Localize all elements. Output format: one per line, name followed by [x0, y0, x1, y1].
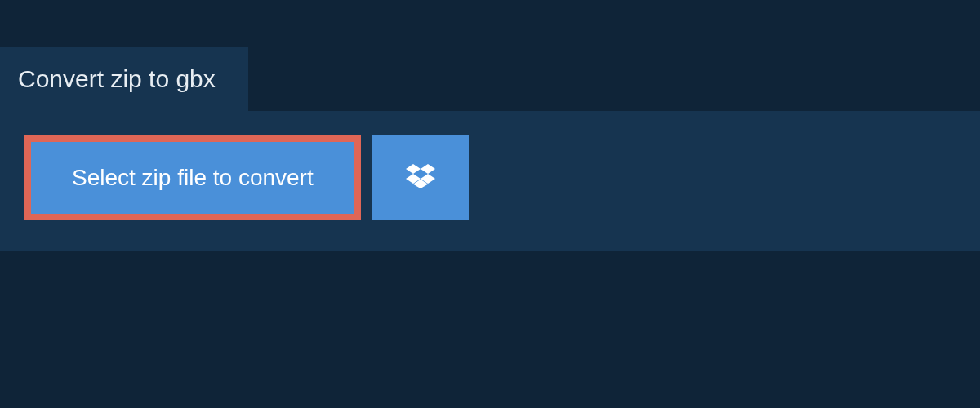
button-row: Select zip file to convert: [24, 135, 956, 220]
dropbox-button[interactable]: [372, 135, 469, 220]
converter-panel: Select zip file to convert: [0, 111, 980, 251]
tab-title: Convert zip to gbx: [0, 47, 248, 111]
dropbox-icon: [406, 162, 435, 194]
select-file-label: Select zip file to convert: [72, 165, 314, 191]
select-file-button[interactable]: Select zip file to convert: [24, 135, 361, 220]
